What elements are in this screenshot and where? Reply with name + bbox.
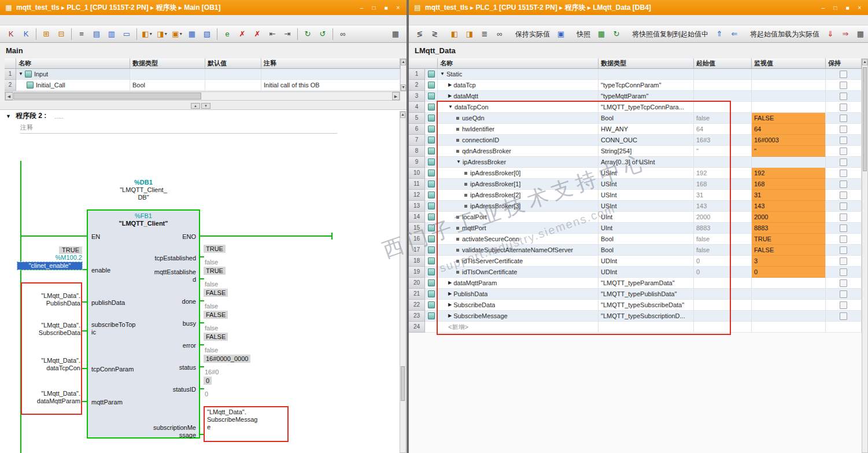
data-type[interactable]: Bool bbox=[599, 245, 694, 256]
insert-network-icon[interactable]: ⊞ bbox=[39, 27, 53, 41]
variable-name[interactable]: Initial_Call bbox=[16, 80, 130, 91]
data-type[interactable]: USInt bbox=[599, 201, 694, 212]
collapse-all-boxes-icon[interactable]: ◨▾ bbox=[155, 27, 169, 41]
pin-done[interactable]: done bbox=[182, 298, 196, 305]
dropdown-arrow-icon[interactable]: ▾ bbox=[180, 31, 182, 36]
data-type[interactable] bbox=[130, 69, 205, 80]
data-type[interactable]: HW_ANY bbox=[599, 124, 694, 135]
db-table-row[interactable]: 1▼Static bbox=[409, 69, 862, 80]
pin-tcpestablished[interactable]: tcpEstablished bbox=[154, 255, 196, 262]
start-value[interactable] bbox=[694, 289, 752, 300]
db-editor-titlebar[interactable]: ▤ mqtt_test_tls ▸ PLC_1 [CPU 1515T-2 PN]… bbox=[409, 0, 868, 15]
pin-busy[interactable]: busy bbox=[183, 320, 196, 327]
retain-checkbox[interactable] bbox=[840, 115, 847, 122]
start-value[interactable] bbox=[694, 102, 752, 113]
data-type[interactable]: "typeTcpConnParam" bbox=[599, 80, 694, 91]
vscroll-thumb[interactable] bbox=[401, 366, 405, 401]
start-value[interactable] bbox=[694, 300, 752, 311]
publishdata-operand[interactable]: "LMqtt_Data". PublishData bbox=[23, 292, 80, 307]
variable-name[interactable]: ▶dataMqtt bbox=[438, 91, 599, 102]
db-table-row[interactable]: 4▼dataTcpCon"LMQTT_typeTcpConnPara... bbox=[409, 102, 862, 113]
retain-checkbox[interactable] bbox=[840, 159, 847, 166]
snapshot-refresh-icon[interactable]: ↻ bbox=[610, 27, 623, 41]
retain-checkbox[interactable] bbox=[840, 257, 847, 265]
scroll-up-icon[interactable]: ▲ bbox=[862, 59, 867, 65]
split-editor-vertical-icon[interactable]: ▥ bbox=[105, 27, 119, 41]
start-value[interactable]: 0 bbox=[694, 267, 752, 278]
retain-checkbox[interactable] bbox=[840, 268, 847, 276]
split-editor-horizontal-icon[interactable]: ▤ bbox=[90, 27, 104, 41]
data-type[interactable] bbox=[599, 322, 694, 333]
variable-name[interactable]: connectionID bbox=[438, 135, 599, 146]
retain-checkbox[interactable] bbox=[840, 104, 847, 111]
db-table-row[interactable]: 14localPortUInt20002000 bbox=[409, 212, 862, 223]
data-type[interactable]: "LMQTT_typeParamData" bbox=[599, 278, 694, 289]
copy-snapshot-up-icon[interactable]: ⇑ bbox=[712, 27, 726, 41]
data-type[interactable]: "LMQTT_typeTcpConnPara... bbox=[599, 102, 694, 113]
variable-name[interactable]: ▼Static bbox=[438, 69, 599, 80]
sort-ascending-icon[interactable]: ≶ bbox=[413, 27, 427, 41]
start-value[interactable] bbox=[694, 69, 752, 80]
pin-mqttestablished[interactable]: mqttEstablishe d bbox=[154, 268, 196, 283]
variable-name[interactable]: ipAdressBroker[0] bbox=[438, 168, 599, 179]
close-button[interactable]: × bbox=[855, 3, 865, 12]
db-table-row[interactable]: 12ipAdressBroker[2]USInt3131 bbox=[409, 190, 862, 201]
snapshot-camera-icon[interactable]: ▦ bbox=[594, 27, 608, 41]
pin-publishdata[interactable]: publishData bbox=[91, 299, 125, 307]
interface-table-hscrollbar[interactable]: ◀ ▶ bbox=[5, 91, 400, 101]
copy-snapshots-to-start-button[interactable]: 将快照值复制到起始值中 bbox=[630, 28, 710, 40]
network-2-header[interactable]: ▼ 程序段 2 : ..... bbox=[6, 111, 64, 121]
expand-arrow-icon[interactable]: ▼ bbox=[440, 69, 445, 79]
expand-arrow-icon[interactable]: ▶ bbox=[448, 278, 452, 288]
start-value[interactable] bbox=[694, 311, 752, 322]
db-table-row[interactable]: 17validateSubjectAlternateNameOfServerBo… bbox=[409, 245, 862, 256]
maximize-button[interactable]: ■ bbox=[381, 3, 391, 12]
start-value[interactable]: 143 bbox=[694, 201, 752, 212]
operand-address[interactable]: %M100.2 bbox=[17, 254, 82, 262]
variable-name[interactable]: ipAdressBroker[2] bbox=[438, 190, 599, 201]
start-value[interactable]: false bbox=[694, 113, 752, 124]
start-value[interactable]: 168 bbox=[694, 179, 752, 190]
db-table-row[interactable]: 18idTlsServerCertificateUDInt03 bbox=[409, 256, 862, 267]
retain-checkbox[interactable] bbox=[840, 82, 847, 89]
retain-checkbox[interactable] bbox=[840, 213, 847, 221]
enable-operand[interactable]: TRUE %M100.2 "clinet_enable" bbox=[17, 246, 82, 270]
datatcpcon-operand[interactable]: "LMqtt_Data". dataTcpCon bbox=[23, 357, 80, 372]
retain-checkbox[interactable] bbox=[840, 170, 847, 177]
interface-table-scrollbar[interactable]: ▲ ▼ bbox=[400, 58, 407, 91]
variable-name[interactable]: ▼Input bbox=[16, 69, 130, 80]
data-type[interactable]: "typeMqttParam" bbox=[599, 91, 694, 102]
load-start-down-icon[interactable]: ⇓ bbox=[823, 27, 837, 41]
restore-button[interactable]: □ bbox=[830, 3, 840, 12]
variable-name[interactable]: ipAdressBroker[1] bbox=[438, 179, 599, 190]
start-value[interactable]: '' bbox=[694, 146, 752, 157]
highlight-icon[interactable]: ▧ bbox=[200, 27, 214, 41]
output-default-value[interactable]: 0 bbox=[205, 391, 208, 397]
pin-error[interactable]: error bbox=[183, 342, 196, 349]
db-table-row[interactable]: 3▶dataMqtt"typeMqttParam" bbox=[409, 91, 862, 102]
delete-network-icon[interactable]: ⊟ bbox=[54, 27, 68, 41]
monitor-all-icon[interactable]: ∞ bbox=[493, 27, 507, 41]
scroll-right-icon[interactable]: ▶ bbox=[392, 92, 400, 100]
splitter-down-icon[interactable]: ▼ bbox=[201, 103, 210, 109]
interface-table-row[interactable]: 1▼Input bbox=[5, 69, 400, 80]
data-type[interactable]: USInt bbox=[599, 190, 694, 201]
add-row-icon[interactable]: ◨ bbox=[463, 27, 477, 41]
retain-checkbox[interactable] bbox=[840, 202, 847, 210]
toggle-comments-icon[interactable]: ▭ bbox=[120, 27, 134, 41]
start-value[interactable]: 2000 bbox=[694, 212, 752, 223]
data-type[interactable]: UInt bbox=[599, 223, 694, 234]
hscroll-thumb[interactable] bbox=[13, 93, 201, 100]
start-value[interactable] bbox=[694, 157, 752, 168]
load-start-values-button[interactable]: 将起始值加载为实际值 bbox=[748, 28, 821, 40]
scroll-left-icon[interactable]: ◀ bbox=[5, 92, 13, 100]
db-table-row[interactable]: 23▶SubscribeMessage"LMQTT_typeSubscripti… bbox=[409, 311, 862, 322]
maximize-button[interactable]: ■ bbox=[843, 3, 852, 12]
datamqttparam-operand[interactable]: "LMqtt_Data". dataMqttParam bbox=[23, 390, 80, 405]
retain-checkbox[interactable] bbox=[840, 126, 847, 133]
data-type[interactable] bbox=[599, 69, 694, 80]
expand-arrow-icon[interactable]: ▼ bbox=[448, 102, 453, 112]
db-table-row[interactable]: 24<新增> bbox=[409, 322, 862, 333]
show-absolute-operands-icon[interactable]: K bbox=[4, 27, 18, 41]
retain-checkbox[interactable] bbox=[840, 301, 847, 309]
